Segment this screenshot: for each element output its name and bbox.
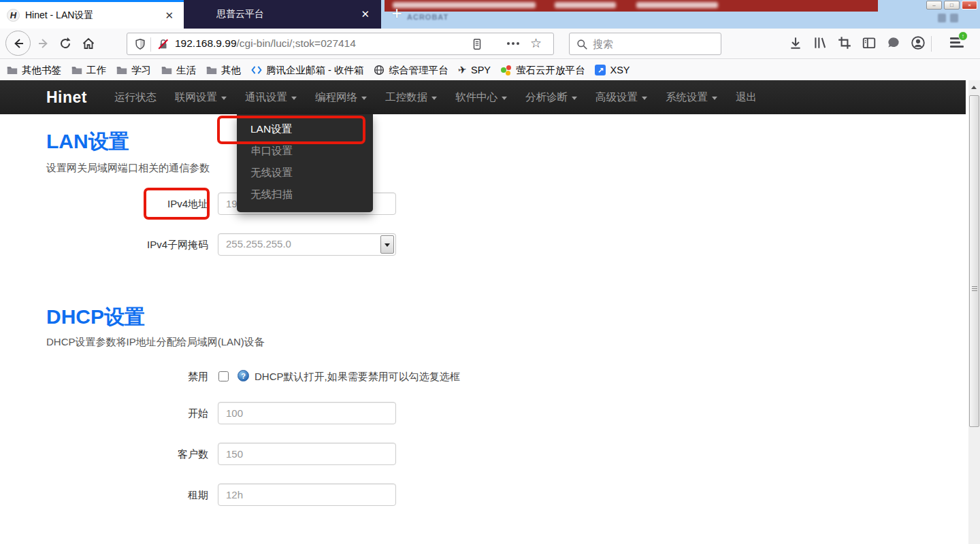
background-toolbar-icons [938,14,961,23]
screenshot-icon[interactable] [837,35,853,52]
bookmark-ezviz-platform[interactable]: 萤石云开放平台 [501,64,585,77]
chevron-down-icon [712,97,717,100]
minimize-button[interactable]: – [926,1,942,10]
insecure-lock-icon[interactable] [157,38,169,50]
bookmark-label: 生活 [176,64,196,77]
dropdown-arrow-icon[interactable] [380,235,394,254]
reader-mode-icon[interactable] [471,38,483,50]
background-window-titlebar [385,0,878,12]
bookmark-folder-other-bookmarks[interactable]: 其他书签 [7,64,61,77]
search-icon [576,39,588,50]
dropdown-item-wireless-settings[interactable]: 无线设置 [237,162,373,184]
dhcp-section-desc: DHCP设置参数将IP地址分配给局域网(LAN)设备 [46,336,265,349]
blurred-text [393,2,536,8]
folder-icon [206,65,217,75]
nav-item-network-settings[interactable]: 联网设置 [175,90,227,105]
plane-icon: ✈ [457,63,468,77]
folder-icon [161,65,172,75]
url-path: /cgi-bin/luci/;stok=027414 [237,37,356,49]
tab-close-icon[interactable]: ✕ [357,7,373,22]
dropdown-item-wireless-scan[interactable]: 无线扫描 [237,184,373,205]
ipv4-netmask-value: 255.255.255.0 [226,238,291,250]
home-icon[interactable] [80,35,97,52]
tab-close-icon[interactable]: ✕ [161,8,177,23]
nav-item-analysis-diagnosis[interactable]: 分析诊断 [525,90,577,105]
new-tab-button[interactable]: + [387,3,407,24]
bookmark-label: 综合管理平台 [389,64,448,77]
acrobat-label: ACROBAT [407,13,448,21]
bookmark-label: 萤石云开放平台 [516,64,585,77]
bookmark-folder-study[interactable]: 学习 [116,64,151,77]
chevron-down-icon [291,97,297,100]
bookmark-label: SPY [471,65,491,75]
account-icon[interactable] [911,35,927,52]
search-input[interactable] [593,36,715,52]
back-button[interactable] [5,31,31,56]
blurred-text [636,2,718,8]
bookmark-label: 其他 [221,64,241,77]
site-favicon: H [7,9,20,22]
lan-section-desc: 设置网关局域网端口相关的通信参数 [46,162,210,175]
bookmark-management-platform[interactable]: 综合管理平台 [374,64,448,77]
nav-item-industrial-data[interactable]: 工控数据 [385,90,437,105]
tab-sipu-cloud[interactable]: 思普云平台 ✕ [184,0,381,29]
chevron-down-icon [502,97,507,100]
dhcp-clients-input[interactable] [218,443,396,465]
nav-item-running-status[interactable]: 运行状态 [114,90,157,105]
reload-icon[interactable] [57,35,74,52]
nav-item-logout[interactable]: 退出 [736,90,757,105]
nav-item-programming-network[interactable]: 编程网络 [315,90,367,105]
close-button[interactable]: × [962,1,977,10]
dhcp-section-title: DHCP设置 [46,303,145,331]
maximize-button[interactable]: □ [944,1,960,10]
divider [931,36,932,52]
forward-button[interactable] [35,35,52,52]
dhcp-disable-hint: DHCP默认打开,如果需要禁用可以勾选复选框 [255,371,460,384]
bookmark-tencent-mail[interactable]: 腾讯企业邮箱 - 收件箱 [251,64,363,77]
dhcp-start-label: 开始 [0,407,208,420]
nav-item-system-settings[interactable]: 系统设置 [666,90,717,105]
dhcp-lease-input[interactable] [218,483,396,506]
bookmark-folder-misc[interactable]: 其他 [206,64,241,77]
download-icon[interactable] [788,35,804,52]
bookmark-xsy[interactable]: ↗ XSY [595,65,630,75]
bookmark-star-icon[interactable]: ☆ [530,35,542,51]
tab-hinet[interactable]: H Hinet - LAN设置 ✕ [0,0,184,29]
library-icon[interactable] [813,35,829,52]
tab-title: 思普云平台 [216,8,357,20]
ipv4-netmask-label: IPv4子网掩码 [0,239,208,252]
brand-logo[interactable]: Hinet [46,88,87,107]
annotation-box-ipv4-label [144,188,210,220]
tracking-shield-icon[interactable] [134,38,146,50]
address-bar[interactable]: 192.168.9.99/cgi-bin/luci/;stok=027414 ☆ [127,33,554,55]
tencent-mail-icon [251,65,262,75]
dhcp-start-input[interactable] [218,402,396,424]
scroll-up-arrow-icon[interactable] [968,82,980,92]
scrollbar-thumb[interactable] [969,95,979,427]
chat-bubble-icon[interactable] [886,35,902,52]
chevron-down-icon [431,97,437,100]
scrollbar-grip [972,286,977,292]
dhcp-disable-checkbox[interactable] [218,371,229,381]
help-icon[interactable]: ? [238,370,249,381]
search-box[interactable] [569,33,721,55]
chevron-down-icon [221,97,227,100]
ipv4-netmask-select[interactable]: 255.255.255.0 [218,233,396,256]
chevron-down-icon [572,97,577,100]
bookmark-spy[interactable]: ✈ SPY [458,64,491,76]
background-window: ACROBAT – □ × [381,0,980,29]
bookmark-folder-work[interactable]: 工作 [71,64,106,77]
nav-item-software-center[interactable]: 软件中心 [455,90,507,105]
bookmark-label: XSY [610,65,630,75]
app-navbar: Hinet 运行状态 联网设置 通讯设置 编程网络 工控数据 软件中心 分析诊断… [0,80,966,114]
lan-section-title: LAN设置 [46,128,129,156]
nav-item-advanced-settings[interactable]: 高级设置 [595,90,647,105]
url-text[interactable]: 192.168.9.99/cgi-bin/luci/;stok=027414 [175,37,356,50]
nav-item-comm-settings[interactable]: 通讯设置 [245,90,297,105]
url-fade [419,34,473,54]
bookmark-label: 学习 [131,64,151,77]
page-actions-icon[interactable] [507,42,519,45]
scrollbar[interactable] [968,80,980,544]
bookmark-folder-life[interactable]: 生活 [161,64,196,77]
sidebar-toggle-icon[interactable] [862,35,878,52]
